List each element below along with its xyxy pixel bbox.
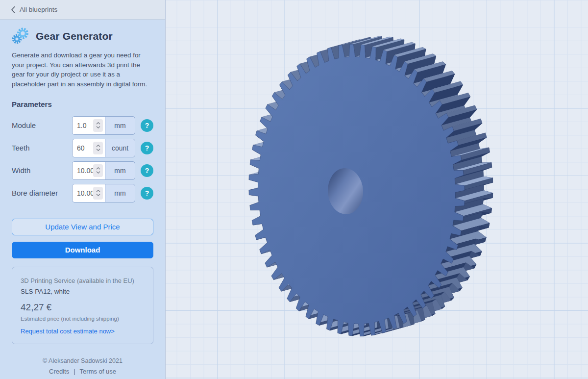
- stepper-up-icon: [96, 167, 100, 170]
- printing-service-label: 3D Printing Service (available in the EU…: [21, 277, 145, 284]
- bore-stepper[interactable]: [93, 187, 103, 200]
- printing-material-label: SLS PA12, white: [21, 288, 145, 295]
- module-input[interactable]: [77, 122, 93, 129]
- module-unit-label: mm: [105, 117, 135, 134]
- gear-3d-render: [166, 0, 588, 379]
- width-stepper[interactable]: [93, 164, 103, 177]
- back-chevron-icon: [11, 6, 15, 13]
- parameter-list: Module mm ? Teeth: [12, 116, 153, 206]
- stepper-up-icon: [96, 122, 100, 125]
- width-help-button[interactable]: ?: [141, 164, 153, 177]
- bore-number-box: [73, 184, 105, 202]
- stepper-down-icon: [96, 194, 100, 196]
- width-unit-label: mm: [105, 162, 135, 179]
- teeth-help-button[interactable]: ?: [141, 142, 153, 154]
- terms-link[interactable]: Terms of use: [80, 368, 116, 375]
- estimated-price: 42,27 €: [21, 302, 145, 313]
- width-input-group: mm: [72, 161, 135, 180]
- gear-generator-app: All blueprints Gear Generator Generate a…: [0, 0, 588, 379]
- sidebar-content: Gear Generator Generate and download a g…: [0, 20, 165, 379]
- module-help-button[interactable]: ?: [141, 119, 153, 132]
- bore-diameter-label: Bore diameter: [12, 189, 72, 197]
- gear-logo-icon: [12, 27, 29, 45]
- title-row: Gear Generator: [12, 27, 153, 45]
- action-buttons: Update View and Price Download: [12, 219, 153, 258]
- parameters-heading: Parameters: [12, 100, 153, 108]
- price-note: Estimated price (not including shipping): [21, 316, 145, 322]
- module-stepper[interactable]: [93, 119, 103, 132]
- teeth-input-group: count: [72, 139, 135, 157]
- module-input-group: mm: [72, 116, 135, 135]
- width-label: Width: [12, 166, 72, 175]
- page-title: Gear Generator: [36, 30, 113, 42]
- teeth-stepper[interactable]: [93, 142, 103, 154]
- teeth-unit-label: count: [105, 139, 135, 157]
- stepper-down-icon: [96, 149, 100, 151]
- bore-help-button[interactable]: ?: [141, 187, 153, 200]
- stepper-up-icon: [96, 145, 100, 147]
- copyright-text: © Aleksander Sadowski 2021: [12, 357, 153, 364]
- app-description: Generate and download a gear you need fo…: [12, 51, 153, 89]
- sidebar-footer: © Aleksander Sadowski 2021 Credits | Ter…: [12, 357, 153, 379]
- teeth-number-box: [73, 139, 105, 157]
- download-button[interactable]: Download: [12, 242, 153, 258]
- param-row-bore: Bore diameter mm ?: [12, 184, 153, 202]
- param-row-module: Module mm ?: [12, 116, 153, 135]
- credits-link[interactable]: Credits: [49, 368, 69, 375]
- update-view-price-button[interactable]: Update View and Price: [12, 219, 153, 235]
- bore-input-group: mm: [72, 184, 135, 202]
- teeth-input[interactable]: [77, 144, 93, 152]
- stepper-down-icon: [96, 171, 100, 174]
- teeth-label: Teeth: [12, 144, 72, 152]
- printing-service-box: 3D Printing Service (available in the EU…: [12, 267, 153, 344]
- back-nav-label: All blueprints: [20, 6, 57, 13]
- bore-unit-label: mm: [105, 184, 135, 202]
- width-number-box: [73, 162, 105, 179]
- stepper-up-icon: [96, 190, 100, 192]
- footer-separator: |: [74, 368, 75, 375]
- param-row-teeth: Teeth count ?: [12, 139, 153, 157]
- back-nav[interactable]: All blueprints: [0, 0, 165, 20]
- viewport-3d[interactable]: [166, 0, 588, 379]
- module-label: Module: [12, 121, 72, 129]
- stepper-down-icon: [96, 126, 100, 128]
- sidebar: All blueprints Gear Generator Generate a…: [0, 0, 166, 379]
- width-input[interactable]: [77, 167, 93, 175]
- request-estimate-link[interactable]: Request total cost estimate now>: [21, 328, 115, 335]
- bore-input[interactable]: [77, 189, 93, 197]
- param-row-width: Width mm ?: [12, 161, 153, 180]
- module-number-box: [73, 117, 105, 134]
